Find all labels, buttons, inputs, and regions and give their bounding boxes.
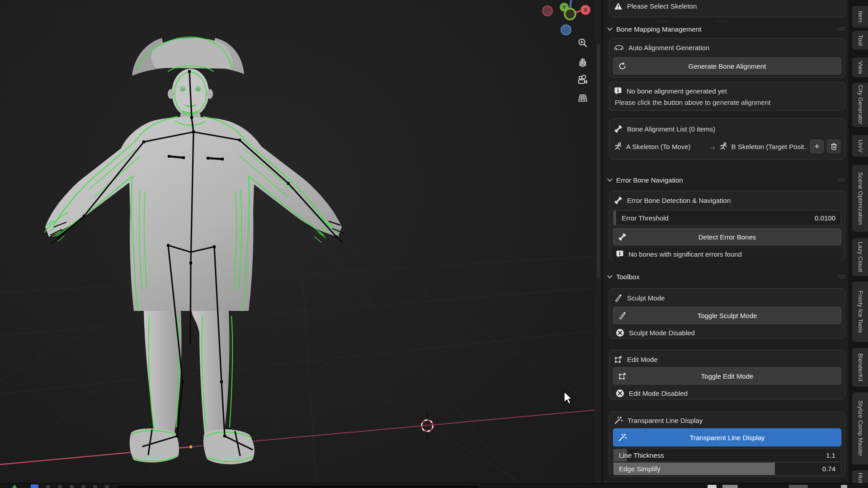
alignment-status-box: No bone alignment generated yet Please c… — [609, 82, 845, 111]
warning-icon — [614, 2, 623, 10]
transparent-line-toggle-button[interactable]: Transparent Line Display — [613, 428, 841, 446]
drag-grip-icon[interactable] — [837, 274, 845, 279]
edit-mode-status: Edit Mode Disabled — [613, 386, 841, 400]
tab-stylize-comp-master[interactable]: Stylize Comp Master — [852, 392, 868, 465]
generate-bone-alignment-button[interactable]: Generate Bone Alignment — [613, 57, 841, 75]
tab-scene-optimization[interactable]: Scene Optimization — [852, 164, 868, 232]
tab-tool[interactable]: Tool — [852, 30, 868, 50]
edge-simplify-label: Edge Simplify — [619, 465, 660, 473]
skeleton-b-icon — [719, 142, 728, 151]
line-thickness-label: Line Thickness — [619, 451, 664, 459]
error-threshold-field[interactable]: Error Threshold 0.0100 — [613, 210, 841, 225]
bone-alignment-list-box: Bone Alignment List (0 items) A Skeleton… — [609, 118, 845, 160]
toolbar-dot-icon[interactable] — [105, 485, 109, 488]
toolbar-dot-icon[interactable] — [81, 485, 85, 488]
warning-box: Please Select Skeleton — [609, 0, 845, 17]
skeleton-b-label[interactable]: B Skeleton (Target Posit... — [731, 143, 807, 150]
toolbar-icon[interactable] — [722, 485, 738, 488]
pan-tool-button[interactable] — [575, 54, 590, 70]
sculpt-mode-label: Sculpt Mode — [627, 294, 665, 302]
viewport-scene — [0, 0, 602, 488]
sculpt-status-label: Sculpt Mode Disabled — [629, 329, 695, 337]
panel-header-label: Toolbox — [616, 273, 640, 281]
edge-simplify-slider[interactable]: Edge Simplify 0.74 — [613, 462, 841, 475]
toolbar-field[interactable] — [117, 484, 480, 488]
skeleton-a-icon — [614, 142, 623, 151]
n-panel-sidebar: Please Select Skeleton Bone Mapping Mana… — [602, 0, 849, 488]
info-icon — [616, 250, 624, 258]
orthographic-grid-button[interactable] — [575, 90, 590, 106]
bottom-toolbar-clipped — [0, 483, 868, 488]
camera-view-button[interactable] — [575, 72, 590, 88]
skeleton-mapping-row: A Skeleton (To Move) → B Skeleton (Targe… — [614, 139, 840, 154]
zoom-tool-button[interactable] — [575, 35, 590, 51]
tab-view[interactable]: View — [852, 57, 868, 78]
edit-mode-box: Edit Mode Toggle Edit Mode — [609, 350, 845, 399]
error-bone-status: No bones with significant errors found — [613, 247, 841, 261]
blender-window: Y X — [0, 0, 868, 488]
gizmo-x-label: X — [584, 7, 587, 13]
hand-icon — [577, 56, 588, 67]
toolbar-up-arrow-icon[interactable] — [841, 485, 847, 488]
wand-icon — [614, 416, 623, 425]
toolbar-icon[interactable] — [708, 485, 717, 488]
x-axis-line — [0, 409, 602, 465]
auto-alignment-box: Auto Alignment Generation Generate Bone … — [609, 38, 845, 78]
info-icon — [614, 87, 622, 95]
auto-align-car-icon — [614, 44, 624, 51]
gizmo-y-label: Y — [562, 5, 566, 10]
floor-grid — [0, 212, 602, 488]
mouse-cursor — [563, 391, 573, 405]
panel-header-bone-mapping[interactable]: Bone Mapping Management — [607, 23, 845, 34]
generate-button-label: Generate Bone Alignment — [689, 62, 766, 70]
transparent-toggle-label: Transparent Line Display — [689, 434, 764, 441]
sculpt-brush-icon — [618, 311, 627, 320]
chevron-down-icon — [607, 27, 613, 31]
sculpt-mode-status: Sculpt Mode Disabled — [613, 326, 841, 339]
panel-header-toolbox[interactable]: Toolbox — [607, 271, 845, 282]
toolbar-dot-icon[interactable] — [70, 485, 74, 488]
disabled-x-icon — [616, 389, 624, 398]
tab-frosty-ice-tools[interactable]: Frosty Ice Tools — [852, 281, 868, 343]
trash-icon — [830, 143, 837, 150]
error-bone-box: Error Bone Detection & Navigation Error … — [609, 191, 845, 260]
detect-error-bones-button[interactable]: Detect Error Bones — [613, 228, 841, 245]
tab-item[interactable]: Item — [852, 5, 868, 28]
toggle-sculpt-label: Toggle Sculpt Mode — [698, 312, 757, 319]
gizmo-axis-z — [565, 9, 576, 19]
toggle-sculpt-mode-button[interactable]: Toggle Sculpt Mode — [613, 307, 841, 324]
bone-icon — [614, 196, 623, 205]
zoom-icon — [577, 38, 588, 48]
alignment-status-hint: Please click the button above to generat… — [615, 99, 840, 106]
toolbar-icon[interactable] — [789, 485, 808, 488]
gizmo-axis-neg-x — [542, 6, 552, 16]
toolbar-dot-icon[interactable] — [93, 485, 97, 488]
chevron-down-icon — [607, 178, 613, 182]
refresh-icon — [618, 62, 627, 70]
panel-separator — [657, 21, 667, 22]
tab-lazy-cloud[interactable]: Lazy Cloud — [852, 238, 868, 277]
navigation-gizmo[interactable]: Y X — [533, 0, 602, 41]
detect-button-label: Detect Error Bones — [698, 233, 756, 241]
toggle-edit-mode-button[interactable]: Toggle Edit Mode — [613, 367, 841, 385]
wand-icon — [618, 433, 627, 442]
viewport-scrollbar[interactable] — [597, 43, 600, 278]
tab-blenderkit[interactable]: BlenderKit — [852, 347, 868, 387]
editor-type-icon[interactable] — [31, 484, 38, 488]
delete-mapping-button[interactable] — [827, 140, 840, 153]
skeleton-a-label[interactable]: A Skeleton (To Move) — [626, 143, 691, 150]
tab-city-generator[interactable]: City Generator — [852, 82, 868, 127]
toolbar-dot-icon[interactable] — [58, 485, 62, 488]
toolbar-dot-icon[interactable] — [46, 485, 50, 488]
toggle-edit-label: Toggle Edit Mode — [701, 372, 754, 380]
add-mapping-button[interactable]: + — [810, 140, 824, 153]
error-bone-status-label: No bones with significant errors found — [628, 250, 742, 258]
viewport-3d[interactable]: Y X — [0, 0, 602, 488]
tab-univ[interactable]: UniV — [852, 135, 868, 157]
drag-grip-icon[interactable] — [837, 178, 845, 182]
panel-separator — [718, 21, 728, 22]
panel-header-error-bone[interactable]: Error Bone Navigation — [607, 174, 845, 185]
play-icon[interactable] — [12, 484, 17, 488]
line-thickness-slider[interactable]: Line Thickness 1.1 — [613, 449, 841, 462]
drag-grip-icon[interactable] — [837, 27, 845, 31]
